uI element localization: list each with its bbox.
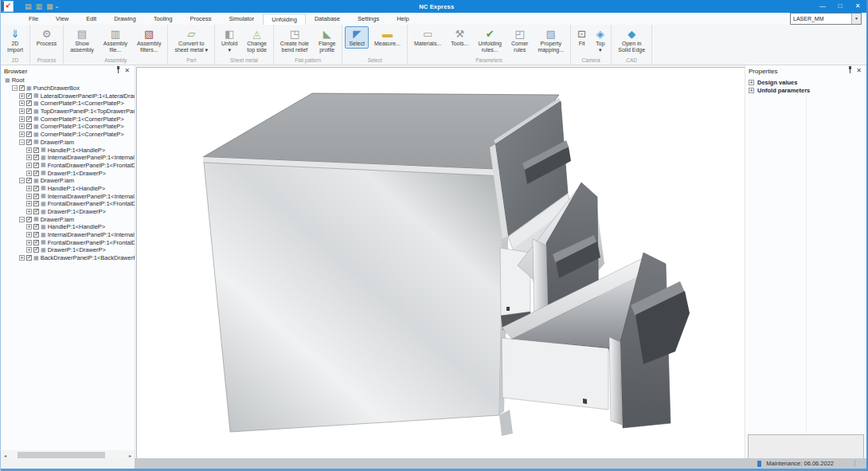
menu-simulator[interactable]: Simulator bbox=[221, 14, 264, 25]
properties-item-design-values[interactable]: +Design values bbox=[745, 78, 866, 86]
close-button[interactable]: ✕ bbox=[849, 0, 866, 13]
expand-icon[interactable]: + bbox=[19, 131, 25, 137]
visibility-checkbox[interactable] bbox=[19, 85, 25, 91]
menu-view[interactable]: View bbox=[47, 14, 77, 25]
visibility-checkbox[interactable] bbox=[33, 240, 39, 245]
visibility-checkbox[interactable] bbox=[26, 124, 32, 129]
close-icon[interactable]: ✕ bbox=[123, 66, 131, 76]
unfolding-rules-button[interactable]: ✔Unfolding rules... bbox=[474, 26, 506, 55]
collapse-icon[interactable]: − bbox=[19, 217, 25, 222]
expand-icon[interactable]: + bbox=[26, 171, 32, 176]
tree-row[interactable]: ▦Root bbox=[1, 77, 135, 84]
3d-viewport[interactable] bbox=[136, 67, 746, 460]
show-assembly-button[interactable]: ▤Show assembly bbox=[66, 26, 98, 55]
visibility-checkbox[interactable] bbox=[33, 194, 39, 199]
visibility-checkbox[interactable] bbox=[33, 155, 39, 160]
tree-row[interactable]: +▦HandleP:1<HandleP> bbox=[1, 223, 135, 231]
visibility-checkbox[interactable] bbox=[33, 147, 39, 153]
menu-process[interactable]: Process bbox=[181, 14, 220, 25]
measure-button[interactable]: ▬Measure... bbox=[370, 26, 405, 49]
menu-edit[interactable]: Edit bbox=[77, 14, 105, 25]
drawer-box-3d-model[interactable] bbox=[137, 68, 745, 459]
expand-icon[interactable]: + bbox=[26, 240, 32, 245]
open-file-icon[interactable]: ▤ bbox=[25, 2, 32, 10]
expand-icon[interactable]: + bbox=[749, 88, 754, 93]
tree-row[interactable]: +▦HandleP:1<HandleP> bbox=[1, 146, 135, 154]
tools-button[interactable]: ⚒Tools... bbox=[447, 26, 472, 49]
menu-file[interactable]: File bbox=[20, 14, 47, 25]
maximize-button[interactable]: □ bbox=[831, 0, 849, 13]
visibility-checkbox[interactable] bbox=[33, 224, 39, 230]
convert-to-sheet-metal-button[interactable]: ▱Convert to sheet metal ▾ bbox=[170, 26, 212, 55]
assembly-file-button[interactable]: ▥Assembly file... bbox=[100, 26, 131, 55]
tree-row[interactable]: −▦PunchDrawerBox bbox=[1, 84, 135, 92]
expand-icon[interactable]: + bbox=[19, 108, 25, 114]
fit-button[interactable]: ⊡Fit bbox=[573, 26, 590, 49]
visibility-checkbox[interactable] bbox=[26, 93, 32, 99]
tree-row[interactable]: +▦DrawerP:1<DrawerP> bbox=[1, 246, 135, 254]
expand-icon[interactable]: + bbox=[19, 255, 25, 261]
expand-icon[interactable]: + bbox=[26, 201, 32, 206]
expand-icon[interactable]: + bbox=[26, 194, 32, 199]
scroll-left-icon[interactable]: ◂ bbox=[1, 453, 10, 458]
expand-icon[interactable]: + bbox=[26, 155, 32, 160]
properties-item-unfold-parameters[interactable]: +Unfold parameters bbox=[745, 86, 866, 94]
materials-button[interactable]: ▭Materials... bbox=[410, 26, 445, 49]
menu-drawing[interactable]: Drawing bbox=[105, 14, 145, 25]
visibility-checkbox[interactable] bbox=[33, 247, 39, 253]
pin-icon[interactable] bbox=[846, 66, 854, 77]
flange-profile-button[interactable]: ◣Flange profile bbox=[315, 26, 339, 55]
menu-settings[interactable]: Settings bbox=[349, 14, 388, 25]
collapse-icon[interactable]: − bbox=[19, 139, 25, 145]
expand-icon[interactable]: + bbox=[749, 80, 754, 85]
expand-icon[interactable]: + bbox=[26, 224, 32, 230]
tree-row[interactable]: +▦TopDrawerPanelP:1<TopDrawerPanelP> bbox=[1, 108, 135, 116]
tree-row[interactable]: +▦InternalDrawerPanelP:1<InternalDrawerF bbox=[1, 192, 135, 200]
tree-row[interactable]: +▦CornerPlateP:1<CornerPlateP> bbox=[1, 131, 135, 139]
tree-row[interactable]: +▦FrontalDrawerPanelP:1<FrontalDrawerPa bbox=[1, 200, 135, 208]
tree-row[interactable]: −▦DrawerP.iam bbox=[1, 215, 135, 223]
close-icon[interactable]: ✕ bbox=[854, 66, 863, 76]
visibility-checkbox[interactable] bbox=[26, 100, 32, 106]
tree-row[interactable]: +▦BackDrawerPanelP:1<BackDrawerPanelP> bbox=[1, 254, 135, 262]
visibility-checkbox[interactable] bbox=[26, 139, 32, 145]
visibility-checkbox[interactable] bbox=[26, 217, 32, 222]
tree-row[interactable]: +▦LateralDrawerPanelP:1<LateralDrawerPan… bbox=[1, 92, 135, 100]
scroll-right-icon[interactable]: ▸ bbox=[126, 453, 135, 458]
save-file-icon[interactable]: ▦ bbox=[46, 2, 53, 10]
visibility-checkbox[interactable] bbox=[33, 186, 39, 191]
change-top-side-button[interactable]: ◬Change top side bbox=[243, 26, 271, 55]
tree-row[interactable]: +▦DrawerP:1<DrawerP> bbox=[1, 169, 135, 177]
visibility-checkbox[interactable] bbox=[26, 255, 32, 261]
expand-icon[interactable]: + bbox=[26, 247, 32, 253]
visibility-checkbox[interactable] bbox=[33, 171, 39, 176]
unfold-button[interactable]: ◧Unfold ▾ bbox=[217, 26, 241, 55]
profile-selector-dropdown-icon[interactable]: ▼ bbox=[851, 14, 861, 24]
minimize-button[interactable]: — bbox=[814, 0, 831, 13]
menu-help[interactable]: Help bbox=[388, 14, 417, 25]
corner-rules-button[interactable]: ◰Corner rules bbox=[507, 26, 532, 55]
create-hole-bend-relief-button[interactable]: ◳Create hole bend relief bbox=[276, 26, 313, 55]
expand-icon[interactable]: + bbox=[26, 186, 32, 191]
import-file-icon[interactable]: ▥ bbox=[36, 2, 43, 10]
profile-selector[interactable]: LASER_MM ▼ bbox=[790, 13, 862, 25]
pin-icon[interactable] bbox=[114, 66, 123, 77]
expand-icon[interactable]: + bbox=[19, 100, 25, 106]
menu-tooling[interactable]: Tooling bbox=[145, 14, 182, 25]
expand-icon[interactable]: + bbox=[19, 93, 25, 99]
visibility-checkbox[interactable] bbox=[26, 131, 32, 137]
tree-row[interactable]: +▦CornerPlateP:1<CornerPlateP> bbox=[1, 123, 135, 131]
visibility-checkbox[interactable] bbox=[26, 108, 32, 114]
process-button[interactable]: ⚙Process bbox=[33, 26, 61, 49]
assembly-filters-button[interactable]: ▧Assembly filters... bbox=[133, 26, 165, 55]
menu-database[interactable]: Database bbox=[306, 14, 349, 25]
visibility-checkbox[interactable] bbox=[33, 209, 39, 214]
expand-icon[interactable]: + bbox=[19, 116, 25, 122]
property-mapping-button[interactable]: ▨Property mapping... bbox=[534, 26, 568, 55]
tree-row[interactable]: +▦CornerPlateP:1<CornerPlateP> bbox=[1, 100, 135, 108]
top-view-button[interactable]: ◈Top ▾ bbox=[592, 26, 608, 55]
expand-icon[interactable]: + bbox=[26, 147, 32, 153]
expand-icon[interactable]: + bbox=[19, 124, 25, 129]
expand-icon[interactable]: + bbox=[26, 163, 32, 168]
tree-row[interactable]: +▦FrontalDrawerPanelP:1<FrontalDrawerPa bbox=[1, 238, 135, 246]
